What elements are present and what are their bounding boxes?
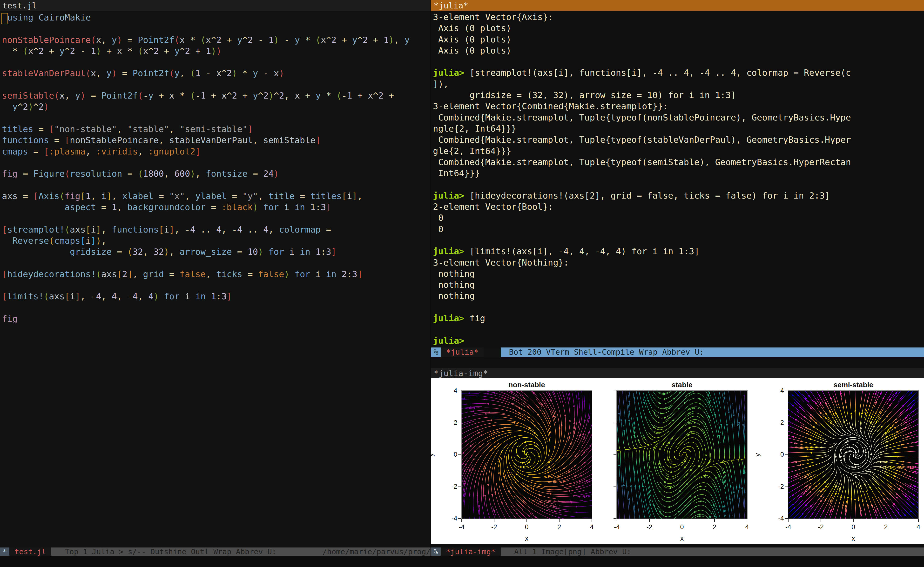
y-tick-label: -4: [762, 515, 784, 522]
image-modeline: % *julia-img* All 1 Image[png] Abbrev U:: [431, 548, 924, 556]
streamplot-canvas: [788, 391, 918, 519]
x-tick-label: 4: [909, 524, 924, 531]
axis-box: [616, 390, 748, 519]
axis-box: [788, 390, 919, 519]
x-tick-mark: [682, 519, 682, 522]
stream-panel-3: semi-stable -4-2024420-2-4xy: [788, 390, 919, 519]
repl-window[interactable]: *julia* 3-element Vector{Axis}: Axis (0 …: [431, 0, 924, 368]
x-tick-mark: [918, 519, 919, 522]
panel-title: stable: [602, 381, 762, 389]
modeline-path: /home/marie/parvus/prog/: [323, 548, 431, 556]
x-tick-label: 2: [550, 524, 569, 531]
x-tick-mark: [820, 519, 821, 522]
modeline-status: Top 1 Julia > s/-- Outshine Outl Wrap Ab…: [65, 548, 276, 556]
y-tick-mark: [613, 454, 616, 455]
panel-title: semi-stable: [773, 381, 924, 389]
y-tick-label: 0: [762, 451, 784, 458]
axis-box: [461, 390, 592, 519]
x-tick-mark: [788, 519, 789, 522]
y-tick-mark: [785, 486, 788, 487]
x-axis-label: x: [461, 534, 592, 542]
x-tick-mark: [853, 519, 853, 522]
y-tick-mark: [613, 391, 616, 391]
x-tick-label: -4: [607, 524, 627, 531]
y-tick-mark: [785, 423, 788, 423]
stream-panel-2: stable -4-2024x: [616, 390, 748, 519]
y-axis-label: y: [754, 443, 762, 467]
makie-figure[interactable]: non-stable -4-2024420-2-4xy stable -4-20…: [431, 378, 924, 544]
modeline-buffer-name[interactable]: *julia*: [441, 348, 484, 357]
repl-output[interactable]: 3-element Vector{Axis}: Axis (0 plots) A…: [433, 12, 924, 346]
y-tick-mark: [613, 486, 616, 487]
image-header: *julia-img*: [431, 368, 924, 378]
editor-header-tab[interactable]: test.jl: [2, 1, 37, 10]
echo-area[interactable]: [0, 556, 924, 567]
y-tick-mark: [458, 391, 461, 391]
y-axis-label: y: [427, 443, 435, 467]
editor-code[interactable]: using CairoMakie nonStablePoincare(x, y)…: [2, 12, 430, 548]
modeline-buffer-name[interactable]: test.jl: [9, 548, 52, 556]
streamplot-canvas: [617, 391, 747, 519]
y-tick-label: -2: [762, 483, 784, 490]
emacs-frame: test.jl using CairoMakie nonStablePoinca…: [0, 0, 924, 567]
y-tick-label: 2: [762, 419, 784, 426]
y-tick-label: 4: [436, 387, 457, 394]
y-tick-mark: [613, 518, 616, 519]
x-tick-label: 0: [672, 524, 692, 531]
editor-modeline: * test.jl Top 1 Julia > s/-- Outshine Ou…: [0, 548, 431, 556]
x-tick-label: -4: [779, 524, 798, 531]
y-tick-mark: [785, 454, 788, 455]
repl-header-tab[interactable]: *julia*: [434, 1, 468, 10]
modeline-modified-indicator: *: [0, 548, 9, 556]
repl-header: *julia*: [431, 0, 924, 11]
x-axis-label: x: [788, 534, 919, 542]
x-tick-mark: [617, 519, 617, 522]
modeline-info: All 1 Image[png] Abbrev U:: [501, 548, 924, 556]
image-window[interactable]: *julia-img* non-stable -4-2024420-2-4xy …: [431, 368, 924, 556]
y-tick-mark: [458, 423, 461, 423]
repl-modeline: % *julia* Bot 200 VTerm Shell-Compile Wr…: [431, 348, 924, 357]
streamplot-canvas: [462, 391, 592, 519]
image-header-tab[interactable]: *julia-img*: [434, 369, 488, 378]
x-tick-label: 2: [876, 524, 895, 531]
editor-header: test.jl: [0, 0, 431, 11]
x-tick-mark: [494, 519, 494, 522]
modeline-info: Bot 200 VTerm Shell-Compile Wrap Abbrev …: [501, 348, 924, 357]
modeline-info: Top 1 Julia > s/-- Outshine Outl Wrap Ab…: [51, 548, 431, 556]
text-cursor: [2, 13, 8, 24]
y-tick-mark: [458, 518, 461, 519]
x-tick-label: -2: [640, 524, 659, 531]
x-tick-label: 2: [705, 524, 724, 531]
x-tick-mark: [461, 519, 462, 522]
panel-title: non-stable: [447, 381, 607, 389]
editor-window[interactable]: test.jl using CairoMakie nonStablePoinca…: [0, 0, 431, 548]
x-tick-mark: [649, 519, 650, 522]
modeline-gap: [484, 348, 501, 357]
x-tick-mark: [526, 519, 527, 522]
modeline-readonly-indicator: %: [431, 348, 441, 357]
y-tick-label: 4: [762, 387, 784, 394]
x-tick-label: 4: [582, 524, 601, 531]
x-tick-mark: [592, 519, 592, 522]
x-tick-label: 0: [517, 524, 536, 531]
x-tick-mark: [559, 519, 559, 522]
x-tick-mark: [747, 519, 747, 522]
y-tick-mark: [613, 423, 616, 423]
modeline-buffer-name[interactable]: *julia-img*: [441, 548, 501, 556]
stream-panel-1: non-stable -4-2024420-2-4xy: [461, 390, 592, 519]
y-tick-mark: [458, 486, 461, 487]
y-tick-mark: [785, 391, 788, 391]
x-tick-mark: [886, 519, 886, 522]
x-tick-label: -2: [485, 524, 504, 531]
y-tick-label: -2: [436, 483, 457, 490]
y-tick-label: 2: [436, 419, 457, 426]
modeline-readonly-indicator: %: [431, 548, 441, 556]
y-tick-label: -4: [436, 515, 457, 522]
x-tick-label: -2: [811, 524, 831, 531]
y-tick-mark: [785, 518, 788, 519]
y-tick-label: 0: [436, 451, 457, 458]
x-tick-label: 0: [844, 524, 863, 531]
y-tick-mark: [458, 454, 461, 455]
x-tick-label: 4: [738, 524, 757, 531]
x-tick-mark: [714, 519, 715, 522]
